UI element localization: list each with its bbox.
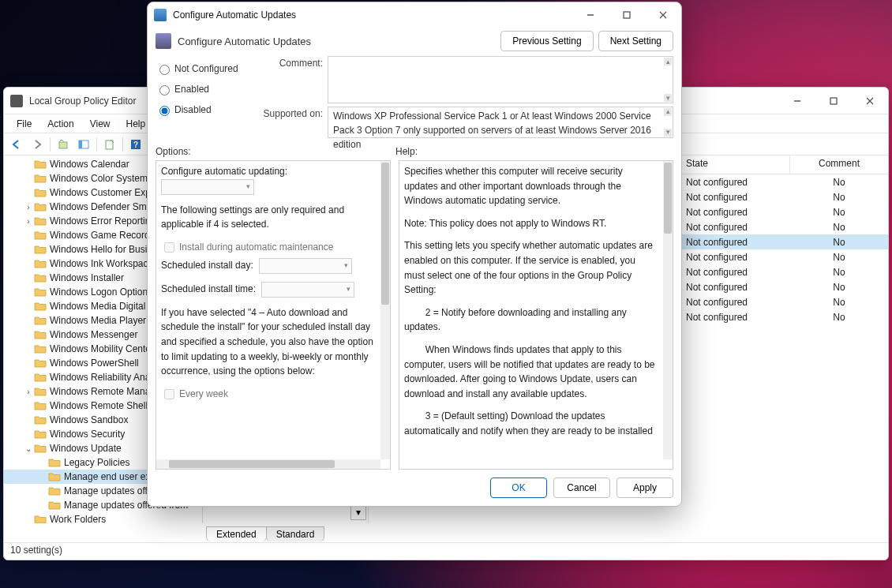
dlg-minimize-button[interactable] xyxy=(572,3,609,27)
minimize-button[interactable] xyxy=(779,88,815,114)
setting-comment: No xyxy=(790,267,888,278)
folder-icon xyxy=(34,187,47,198)
close-button[interactable] xyxy=(852,88,888,114)
help-icon[interactable]: ? xyxy=(126,136,145,153)
dlg-maximize-button[interactable] xyxy=(609,3,645,27)
tree-label: Windows Media Player xyxy=(50,315,146,326)
tab-standard[interactable]: Standard xyxy=(266,526,325,541)
setting-state: Not configured xyxy=(680,252,790,263)
radio-not-configured[interactable]: Not Configured xyxy=(156,62,255,75)
expand-icon[interactable]: › xyxy=(23,217,34,226)
col-comment[interactable]: Comment xyxy=(790,155,888,174)
tree-label: Work Folders xyxy=(50,514,106,523)
folder-icon xyxy=(34,201,47,212)
tree-item[interactable]: Work Folders xyxy=(4,512,202,523)
folder-icon xyxy=(34,358,47,369)
next-setting-button[interactable]: Next Setting xyxy=(598,31,673,51)
folder-icon xyxy=(34,230,47,241)
setting-state: Not configured xyxy=(680,177,790,188)
setting-comment: No xyxy=(790,297,888,308)
tree-label: Windows Security xyxy=(50,429,125,440)
setting-comment: No xyxy=(790,177,888,188)
options-pane[interactable]: Configure automatic updating: The follow… xyxy=(156,160,391,470)
folder-icon xyxy=(34,258,47,269)
supported-label: Supported on: xyxy=(255,107,323,119)
folder-icon xyxy=(34,315,47,326)
folder-icon xyxy=(34,343,47,354)
setting-comment: No xyxy=(790,222,888,233)
scroll-up-icon[interactable]: ▴ xyxy=(664,58,672,66)
comment-input[interactable]: ▴ ▾ xyxy=(328,56,673,103)
svg-rect-6 xyxy=(79,140,82,148)
folder-icon xyxy=(48,485,61,496)
apply-button[interactable]: Apply xyxy=(617,478,673,498)
show-hide-tree-icon[interactable] xyxy=(74,136,93,153)
help-pane[interactable]: Specifies whether this computer will rec… xyxy=(399,160,673,470)
tree-label: Windows Color System xyxy=(50,173,148,184)
forward-icon[interactable] xyxy=(28,136,47,153)
setting-state: Not configured xyxy=(680,267,790,278)
up-icon[interactable] xyxy=(54,136,73,153)
svg-rect-4 xyxy=(59,142,67,148)
setting-state: Not configured xyxy=(680,207,790,218)
scroll-up-icon[interactable]: ▴ xyxy=(664,108,672,116)
folder-icon xyxy=(34,215,47,227)
expand-icon[interactable]: › xyxy=(23,203,34,212)
setting-comment: No xyxy=(790,282,888,293)
tab-extended[interactable]: Extended xyxy=(206,526,267,541)
menu-action[interactable]: Action xyxy=(39,118,81,129)
ok-button[interactable]: OK xyxy=(490,478,547,498)
maximize-button[interactable] xyxy=(815,88,852,114)
col-state[interactable]: State xyxy=(680,155,790,174)
state-radios: Not Configured Enabled Disabled xyxy=(156,56,255,141)
scroll-down-icon[interactable]: ▾ xyxy=(664,129,672,137)
options-scrollbar-h[interactable] xyxy=(156,459,380,469)
cancel-button[interactable]: Cancel xyxy=(553,478,610,498)
setting-state: Not configured xyxy=(680,222,790,233)
tree-label: Windows Remote Shell xyxy=(50,400,148,411)
folder-icon xyxy=(34,386,47,397)
options-scrollbar-v[interactable] xyxy=(380,161,390,459)
dialog-app-icon xyxy=(154,9,167,21)
options-note: The following settings are only required… xyxy=(161,203,374,232)
folder-icon xyxy=(34,514,47,523)
supported-on: Windows XP Professional Service Pack 1 o… xyxy=(328,107,673,138)
folder-icon xyxy=(34,329,47,340)
folder-icon xyxy=(34,173,47,184)
settings-dialog: Configure Automatic Updates Configure Au… xyxy=(147,2,682,507)
folder-icon xyxy=(48,457,61,468)
menu-view[interactable]: View xyxy=(82,118,118,129)
export-list-icon[interactable] xyxy=(100,136,119,153)
setting-comment: No xyxy=(790,312,888,323)
expand-icon[interactable]: › xyxy=(23,388,34,396)
expand-icon[interactable]: ⌄ xyxy=(23,444,34,453)
install-time-combo[interactable] xyxy=(261,282,354,298)
radio-disabled[interactable]: Disabled xyxy=(156,103,255,116)
previous-setting-button[interactable]: Previous Setting xyxy=(500,31,593,51)
radio-enabled[interactable]: Enabled xyxy=(156,83,255,96)
lgpo-app-icon xyxy=(10,95,23,107)
help-scrollbar-v[interactable] xyxy=(663,161,673,459)
back-icon[interactable] xyxy=(7,136,26,153)
scroll-down-icon[interactable]: ▾ xyxy=(664,94,672,102)
chk-install-maintenance[interactable]: Install during automatic maintenance xyxy=(161,240,374,255)
tree-label: Windows Ink Workspace xyxy=(50,258,153,269)
tree-label: Legacy Policies xyxy=(64,457,129,468)
menu-file[interactable]: File xyxy=(9,118,39,129)
install-day-label: Scheduled install day: xyxy=(161,258,253,273)
folder-icon xyxy=(34,414,47,425)
comment-label: Comment: xyxy=(255,56,323,69)
install-day-combo[interactable] xyxy=(259,258,352,274)
view-tabs: Extended Standard xyxy=(201,523,888,542)
chk-every-week[interactable]: Every week xyxy=(161,387,374,402)
configure-updating-combo[interactable] xyxy=(161,179,254,195)
tree-label: Windows Calendar xyxy=(50,159,129,170)
next-description-icon[interactable]: ▾ xyxy=(350,504,366,520)
help-label: Help: xyxy=(395,146,673,157)
setting-state: Not configured xyxy=(680,237,790,248)
setting-comment: No xyxy=(790,192,888,203)
setting-comment: No xyxy=(790,252,888,263)
statusbar: 10 setting(s) xyxy=(4,542,888,560)
dlg-close-button[interactable] xyxy=(645,3,681,27)
tree-label: Windows Logon Options xyxy=(50,287,152,298)
